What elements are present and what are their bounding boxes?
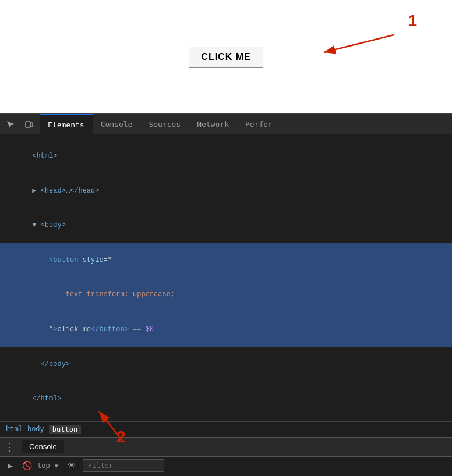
dom-head: ▶ <head>…</head>: [0, 174, 452, 209]
tab-elements[interactable]: Elements: [40, 114, 93, 135]
block-icon[interactable]: 🚫: [21, 461, 33, 470]
dom-button-line2: text-transform: uppercase;: [0, 278, 452, 312]
svg-rect-3: [30, 123, 33, 127]
tab-performance[interactable]: Perfor: [237, 114, 281, 135]
annotation-1-container: 1: [408, 12, 417, 30]
run-icon[interactable]: ▶: [5, 461, 16, 470]
annotation-1-number: 1: [408, 12, 417, 30]
breadcrumb-button[interactable]: button: [49, 425, 81, 434]
annotation-2-number: 2: [116, 424, 126, 450]
tab-console[interactable]: Console: [93, 114, 141, 135]
breadcrumb-html[interactable]: html: [6, 425, 23, 434]
context-label: top: [37, 461, 50, 470]
elements-panel: <html> ▶ <head>…</head> ▼ <body> <button…: [0, 134, 452, 421]
devtools-panel: Elements Console Sources Network Perfor …: [0, 113, 452, 476]
dom-html-close: </html>: [0, 382, 452, 417]
tab-sources[interactable]: Sources: [140, 114, 189, 135]
devtools-tab-bar: Elements Console Sources Network Perfor: [0, 113, 452, 134]
annotation-2-container: 2: [87, 400, 157, 450]
dom-body: ▼ <body>: [0, 208, 452, 243]
arrow-1-svg: [312, 29, 405, 64]
console-toolbar: ▶ 🚫 top ▼ 👁: [0, 457, 452, 475]
dom-body-close: </body>: [0, 347, 452, 382]
svg-rect-2: [26, 122, 30, 127]
browser-page: 1 CLICK ME: [0, 0, 452, 113]
console-tab-bar: ⋮ Console: [0, 437, 452, 457]
filter-input[interactable]: [83, 459, 164, 472]
dom-button-line3: ">click me</button> == $0: [0, 312, 452, 347]
context-dropdown-icon[interactable]: ▼: [55, 463, 58, 469]
dom-html: <html>: [0, 139, 452, 174]
cursor-icon[interactable]: [2, 116, 19, 133]
tab-network[interactable]: Network: [189, 114, 237, 135]
click-me-button[interactable]: CLICK ME: [189, 47, 263, 68]
dom-button-line1: <button style=": [0, 243, 452, 278]
eye-icon[interactable]: 👁: [68, 461, 76, 470]
console-tab-button[interactable]: Console: [22, 440, 64, 453]
breadcrumb-body[interactable]: body: [27, 425, 44, 434]
more-options-icon[interactable]: ⋮: [5, 441, 15, 453]
breadcrumb-bar: html body button: [0, 421, 452, 437]
svg-line-1: [324, 35, 394, 52]
device-icon[interactable]: [21, 116, 37, 133]
annotation-3-container: 3: [431, 473, 440, 477]
